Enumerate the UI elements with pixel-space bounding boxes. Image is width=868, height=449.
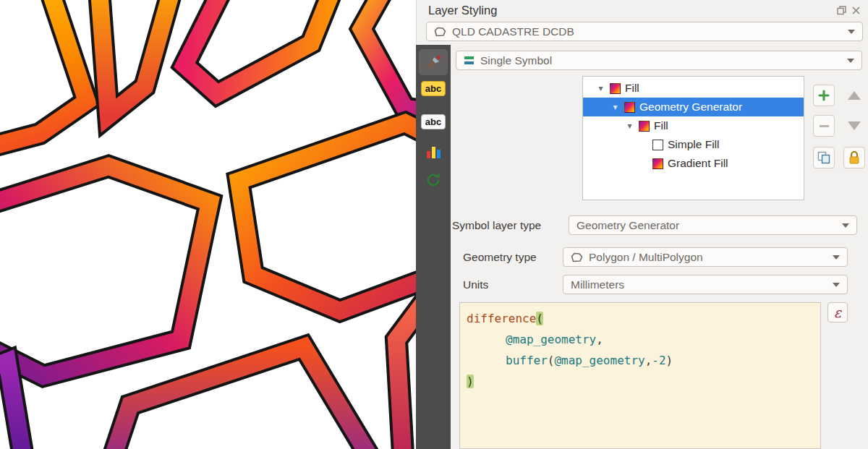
- add-symbol-layer-button[interactable]: [813, 85, 835, 106]
- arrow-down-icon: [848, 121, 861, 130]
- matched-bracket: (: [536, 312, 543, 325]
- gradient-swatch: [652, 158, 663, 169]
- tree-row-geometry-generator[interactable]: ▾ Geometry Generator: [583, 98, 804, 116]
- tree-item-label: Simple Fill: [668, 138, 719, 151]
- panel-close-button[interactable]: [851, 6, 861, 15]
- code-line: buffer(@map_geometry,-2): [467, 350, 814, 371]
- tree-item-label: Fill: [654, 119, 668, 132]
- layer-styling-header: Layer Styling QLD CADASTRE DCDB: [416, 0, 868, 45]
- tab-history[interactable]: [416, 169, 451, 191]
- paren-token: ): [666, 354, 673, 367]
- labels-abc-icon: abc: [421, 81, 446, 96]
- tab-masks[interactable]: abc: [416, 111, 451, 132]
- layer-selector-value: QLD CADASTRE DCDB: [452, 25, 574, 38]
- epsilon-icon: ε: [834, 304, 841, 320]
- lock-icon: [847, 150, 861, 165]
- chevron-down-icon[interactable]: ▾: [596, 83, 605, 93]
- tree-row-fill-nested[interactable]: ▾ Fill: [583, 116, 804, 135]
- duplicate-icon: [817, 150, 831, 165]
- geometry-type-combo[interactable]: Polygon / MultiPolygon: [563, 247, 848, 267]
- symbology-content: Single Symbol ▾ Fill ▾ Geometry Generato…: [451, 45, 868, 449]
- function-name: difference: [467, 312, 536, 325]
- arrow-up-icon: [848, 91, 861, 100]
- map-canvas[interactable]: [0, 0, 416, 449]
- tree-item-label: Geometry Generator: [639, 101, 742, 114]
- paintbrush-icon: [424, 54, 443, 72]
- chevron-down-icon: [833, 283, 840, 287]
- function-name: buffer: [506, 354, 548, 367]
- duplicate-symbol-layer-button[interactable]: [813, 147, 835, 168]
- single-symbol-icon: [464, 55, 475, 66]
- panel-float-button[interactable]: [837, 6, 846, 15]
- comma-token: ,: [645, 354, 652, 367]
- gradient-swatch: [610, 83, 621, 94]
- plus-icon: [818, 90, 830, 101]
- chevron-down-icon[interactable]: ▾: [610, 102, 620, 112]
- renderer-combo[interactable]: Single Symbol: [456, 51, 862, 70]
- diagram-icon: [425, 144, 442, 161]
- tab-diagrams[interactable]: [416, 142, 451, 163]
- tab-labels[interactable]: abc: [416, 78, 451, 98]
- chevron-down-icon: [833, 255, 840, 260]
- symbol-layer-type-label: Symbol layer type: [452, 219, 564, 232]
- units-value: Millimeters: [571, 278, 624, 291]
- renderer-combo-value: Single Symbol: [480, 54, 552, 67]
- tree-item-label: Gradient Fill: [668, 157, 728, 170]
- variable-token: @map_geometry: [506, 333, 596, 346]
- variable-token: @map_geometry: [554, 354, 644, 367]
- comma-token: ,: [596, 333, 603, 346]
- minus-icon: [820, 125, 829, 127]
- chevron-down-icon: [842, 223, 849, 228]
- history-arrow-icon: [425, 171, 442, 189]
- tree-item-label: Fill: [625, 82, 639, 95]
- units-combo[interactable]: Millimeters: [563, 275, 848, 294]
- symbol-layer-type-combo[interactable]: Geometry Generator: [569, 215, 857, 235]
- lock-color-button[interactable]: [843, 147, 865, 168]
- simple-fill-swatch: [652, 140, 663, 150]
- layer-selector-combo[interactable]: QLD CADASTRE DCDB: [426, 22, 863, 41]
- tree-row-fill[interactable]: ▾ Fill: [583, 79, 804, 98]
- masks-abc-icon: abc: [421, 114, 446, 129]
- geometry-type-label: Geometry type: [463, 251, 537, 264]
- geometry-expression-editor[interactable]: difference( @map_geometry, buffer(@map_g…: [459, 302, 821, 449]
- gradient-swatch: [624, 102, 635, 113]
- number-token: -2: [652, 354, 665, 367]
- chevron-down-icon: [847, 59, 854, 63]
- panel-title: Layer Styling: [428, 4, 497, 17]
- polygon-layer-icon: [434, 27, 446, 37]
- tree-row-gradient-fill[interactable]: Gradient Fill: [583, 154, 804, 173]
- units-label: Units: [463, 278, 488, 291]
- tree-row-simple-fill[interactable]: Simple Fill: [583, 135, 804, 154]
- code-line: ): [467, 371, 814, 392]
- qgis-window: Layer Styling QLD CADASTRE DCDB: [0, 0, 868, 449]
- symbol-layer-tree: ▾ Fill ▾ Geometry Generator ▾ Fill Simpl…: [582, 76, 804, 200]
- tab-symbology[interactable]: [416, 51, 451, 75]
- code-line: difference(: [467, 308, 814, 329]
- chevron-down-icon[interactable]: ▾: [625, 121, 634, 131]
- move-layer-down-button[interactable]: [843, 115, 865, 137]
- code-line: @map_geometry,: [467, 329, 814, 350]
- remove-symbol-layer-button[interactable]: [813, 115, 835, 137]
- symbol-layer-type-value: Geometry Generator: [576, 219, 679, 232]
- matched-bracket: ): [467, 375, 474, 388]
- gradient-swatch: [639, 121, 650, 132]
- paren-token: (: [548, 354, 555, 367]
- geometry-type-value: Polygon / MultiPolygon: [589, 251, 703, 264]
- move-layer-up-button[interactable]: [843, 85, 865, 106]
- chevron-down-icon: [848, 30, 855, 34]
- polygon-geometry-icon: [571, 252, 583, 262]
- styling-tabstrip: abc abc: [416, 45, 451, 449]
- expression-builder-button[interactable]: ε: [827, 302, 848, 322]
